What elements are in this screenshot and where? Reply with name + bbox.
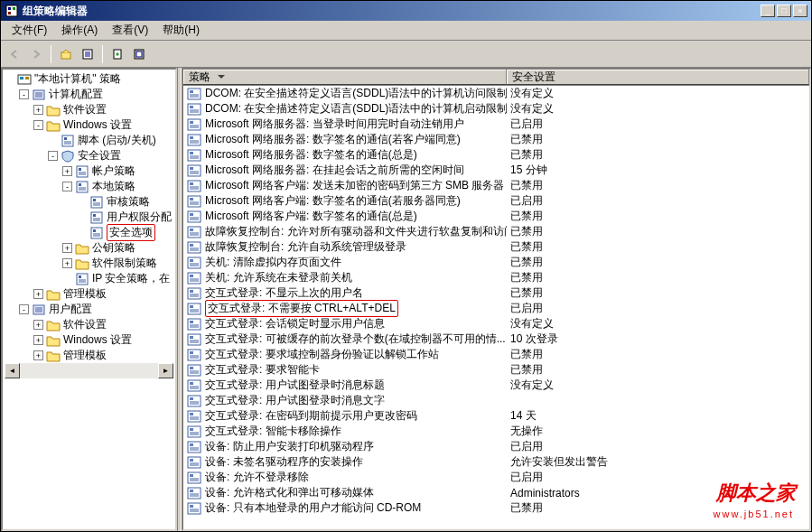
tree-admin-templates[interactable]: +管理模板: [5, 286, 173, 302]
tree-node-icon: [46, 119, 61, 132]
tree-label: 帐户策略: [92, 163, 135, 179]
policy-icon: [187, 395, 201, 407]
tree-panel[interactable]: "本地计算机" 策略-计算机配置+软件设置-Windows 设置脚本 (启动/关…: [1, 68, 177, 531]
export-button[interactable]: [107, 44, 127, 64]
policy-icon: [187, 502, 201, 515]
policy-row[interactable]: 故障恢复控制台: 允许对所有驱动器和文件夹进行软盘复制和访问已禁用: [183, 224, 809, 239]
tree-scripts[interactable]: 脚本 (启动/关机): [5, 133, 173, 148]
policy-cell: Microsoft 网络客户端: 数字签名的通信(若服务器同意): [183, 193, 507, 209]
policy-row[interactable]: 交互式登录: 在密码到期前提示用户更改密码14 天: [183, 408, 809, 424]
policy-row[interactable]: 设备: 允许格式化和弹出可移动媒体Administrators: [183, 485, 809, 500]
tree-local-policies[interactable]: -本地策略: [5, 179, 173, 194]
tree-computer-config[interactable]: -计算机配置: [5, 87, 173, 102]
policy-row[interactable]: Microsoft 网络服务器: 数字签名的通信(若客户端同意)已禁用: [183, 132, 809, 147]
policy-row[interactable]: Microsoft 网络服务器: 当登录时间用完时自动注销用户已启用: [183, 117, 809, 132]
tree-node-icon: [32, 89, 46, 101]
tree-software-settings2[interactable]: +软件设置: [5, 317, 173, 332]
policy-row[interactable]: 交互式登录: 会话锁定时显示用户信息没有定义: [183, 316, 809, 331]
tree-audit-policy[interactable]: 审核策略: [5, 194, 173, 210]
policy-icon: [187, 134, 201, 146]
policy-row[interactable]: DCOM: 在安全描述符定义语言(SDDL)语法中的计算机启动限制没有定义: [183, 101, 809, 117]
policy-row[interactable]: 交互式登录: 不需要按 CTRL+ALT+DEL已启用: [183, 301, 809, 316]
tree-expander-icon[interactable]: +: [62, 243, 72, 253]
policy-icon: [187, 456, 201, 469]
svg-rect-13: [20, 77, 23, 79]
refresh-button[interactable]: [129, 44, 149, 64]
policy-cell: 交互式登录: 用户试图登录时消息标题: [183, 378, 507, 393]
policy-row[interactable]: 设备: 允许不登录移除已启用: [183, 470, 809, 485]
policy-row[interactable]: Microsoft 网络服务器: 在挂起会话之前所需的空闲时间15 分钟: [183, 163, 809, 178]
tree-expander-icon[interactable]: -: [48, 151, 58, 161]
tree-expander-icon[interactable]: +: [33, 350, 43, 360]
policy-row[interactable]: 交互式登录: 要求域控制器身份验证以解锁工作站已禁用: [183, 347, 809, 362]
setting-cell: 已启用: [507, 439, 809, 454]
policy-row[interactable]: 故障恢复控制台: 允许自动系统管理级登录已禁用: [183, 239, 809, 255]
tree-public-key[interactable]: +公钥策略: [5, 240, 173, 256]
policy-row[interactable]: Microsoft 网络客户端: 数字签名的通信(总是)已禁用: [183, 209, 809, 224]
tree-expander-icon[interactable]: -: [62, 182, 72, 191]
tree-expander-icon[interactable]: +: [33, 320, 43, 330]
policy-row[interactable]: 设备: 只有本地登录的用户才能访问 CD-ROM已禁用: [183, 500, 809, 516]
tree-admin-templates2[interactable]: +管理模板: [5, 348, 173, 363]
policy-row[interactable]: 交互式登录: 要求智能卡已禁用: [183, 362, 809, 378]
tree-software-restriction[interactable]: +软件限制策略: [5, 256, 173, 271]
tree-expander-icon[interactable]: +: [33, 335, 43, 345]
menu-action[interactable]: 操作(A): [54, 21, 105, 40]
list-panel: 策略 安全设置 DCOM: 在安全描述符定义语言(SDDL)语法中的计算机访问限…: [182, 68, 811, 531]
policy-row[interactable]: 设备: 防止用户安装打印机驱动程序已启用: [183, 439, 809, 454]
policy-row[interactable]: 交互式登录: 不显示上次的用户名已禁用: [183, 285, 809, 301]
svg-rect-143: [188, 442, 201, 453]
policy-icon: [187, 487, 201, 499]
policy-row[interactable]: 交互式登录: 用户试图登录时消息标题没有定义: [183, 378, 809, 393]
policy-cell: 交互式登录: 要求智能卡: [183, 362, 507, 378]
menu-file[interactable]: 文件(F): [5, 21, 54, 40]
tree-expander-icon[interactable]: -: [19, 89, 29, 99]
policy-row[interactable]: 关机: 清除虚拟内存页面文件已禁用: [183, 255, 809, 270]
up-button[interactable]: [56, 44, 76, 64]
policy-row[interactable]: 设备: 未签名驱动程序的安装操作允许安装但发出警告: [183, 454, 809, 470]
policy-icon: [187, 287, 201, 300]
tree-expander-icon[interactable]: +: [62, 166, 72, 176]
maximize-button[interactable]: □: [777, 5, 791, 17]
tree-expander-icon[interactable]: +: [33, 105, 43, 115]
tree-scrollbar-h[interactable]: ◄►: [5, 363, 173, 378]
policy-cell: 交互式登录: 智能卡移除操作: [183, 424, 507, 439]
policy-row[interactable]: 关机: 允许系统在未登录前关机已禁用: [183, 270, 809, 285]
tree-expander-icon[interactable]: -: [19, 304, 29, 314]
tree-windows-settings2[interactable]: +Windows 设置: [5, 332, 173, 348]
svg-rect-87: [188, 227, 201, 238]
tree-expander-icon[interactable]: +: [62, 258, 72, 268]
policy-row[interactable]: Microsoft 网络客户端: 数字签名的通信(若服务器同意)已启用: [183, 193, 809, 209]
svg-rect-120: [190, 351, 193, 354]
tree-windows-settings[interactable]: -Windows 设置: [5, 117, 173, 133]
policy-row[interactable]: 交互式登录: 用户试图登录时消息文字: [183, 393, 809, 408]
setting-cell: 已禁用: [507, 270, 809, 285]
col-policy[interactable]: 策略: [183, 70, 507, 85]
policy-row[interactable]: 交互式登录: 智能卡移除操作无操作: [183, 424, 809, 439]
close-button[interactable]: ×: [793, 5, 807, 17]
menu-view[interactable]: 查看(V): [105, 21, 155, 40]
minimize-button[interactable]: _: [761, 5, 775, 17]
policy-row[interactable]: Microsoft 网络客户端: 发送未加密的密码到第三方 SMB 服务器已禁用: [183, 178, 809, 193]
policy-row[interactable]: DCOM: 在安全描述符定义语言(SDDL)语法中的计算机访问限制没有定义: [183, 86, 809, 101]
tree-security-options[interactable]: 安全选项: [5, 225, 173, 240]
tree-root[interactable]: "本地计算机" 策略: [5, 71, 173, 87]
svg-rect-2: [13, 7, 15, 10]
list-body[interactable]: DCOM: 在安全描述符定义语言(SDDL)语法中的计算机访问限制没有定义DCO…: [183, 86, 809, 529]
svg-rect-43: [77, 274, 88, 285]
tree-expander-icon[interactable]: +: [33, 289, 43, 299]
tree-ip-security[interactable]: IP 安全策略，在: [5, 271, 173, 286]
tree-security-settings[interactable]: -安全设置: [5, 148, 173, 163]
properties-button[interactable]: [78, 44, 98, 64]
tree-software-settings[interactable]: +软件设置: [5, 102, 173, 117]
menu-help[interactable]: 帮助(H): [155, 21, 207, 40]
tree-expander-icon[interactable]: -: [33, 120, 43, 130]
tree-user-config[interactable]: -用户配置: [5, 302, 173, 317]
tree-user-rights[interactable]: 用户权限分配: [5, 210, 173, 225]
col-setting[interactable]: 安全设置: [507, 70, 809, 85]
policy-row[interactable]: Microsoft 网络服务器: 数字签名的通信(总是)已禁用: [183, 147, 809, 163]
policy-icon: [187, 88, 201, 100]
svg-rect-19: [62, 135, 73, 146]
policy-row[interactable]: 交互式登录: 可被缓存的前次登录个数(在域控制器不可用的情...10 次登录: [183, 331, 809, 347]
tree-account-policies[interactable]: +帐户策略: [5, 163, 173, 179]
